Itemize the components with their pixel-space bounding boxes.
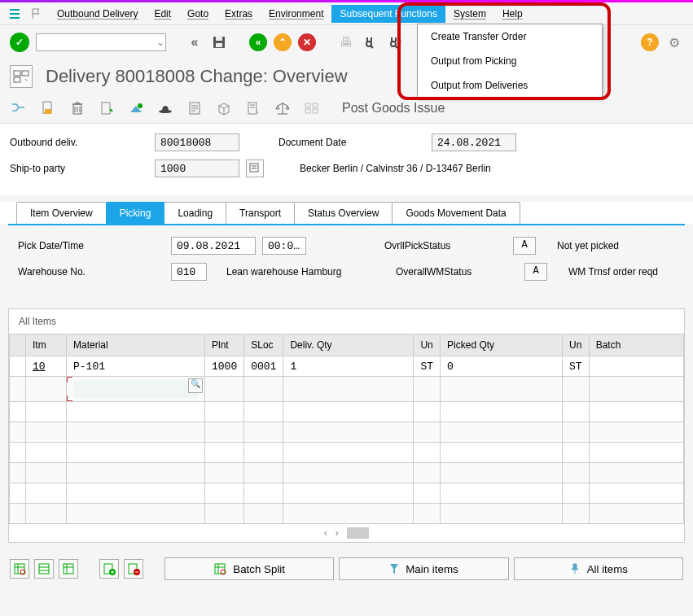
menu-extras[interactable]: Extras [217, 5, 261, 23]
bb-icon-1[interactable] [10, 559, 29, 579]
dropdown-create-transfer-order[interactable]: Create Transfer Order [418, 24, 602, 49]
search-help-icon[interactable]: 🔍 [188, 378, 203, 393]
all-items-button[interactable]: All items [514, 557, 683, 580]
dropdown-output-from-picking[interactable]: Output from Picking [418, 49, 602, 73]
tab-status-overview[interactable]: Status Overview [294, 202, 393, 224]
menu-outbound-delivery[interactable]: Outbound Delivery [49, 5, 146, 23]
help-button[interactable]: ? [641, 33, 659, 51]
pick-time-input[interactable] [262, 237, 306, 255]
cell-deliv-qty[interactable]: 1 [283, 356, 414, 377]
cell-sloc[interactable]: 0001 [244, 356, 283, 377]
tab-transport[interactable]: Transport [226, 202, 295, 224]
menu-edit[interactable]: Edit [146, 5, 179, 23]
bb-icon-2[interactable] [34, 559, 54, 579]
hat-icon[interactable] [156, 99, 174, 117]
material-search-input[interactable] [73, 380, 198, 398]
cell-plnt[interactable]: 1000 [205, 356, 244, 377]
tab-loading[interactable]: Loading [164, 202, 226, 224]
outbound-deliv-label: Outbound deliv. [10, 137, 148, 148]
doc2-icon[interactable] [244, 99, 262, 117]
print-icon[interactable]: 🖶 [337, 33, 355, 51]
cell-material[interactable]: P-101 [67, 356, 205, 377]
package-icon[interactable] [215, 99, 233, 117]
menu-environment[interactable]: Environment [261, 5, 331, 23]
table-row[interactable] [10, 422, 684, 443]
menu-system[interactable]: System [445, 5, 494, 23]
svg-rect-7 [14, 77, 20, 82]
col-itm[interactable]: Itm [26, 334, 67, 356]
table-row[interactable]: 🔍 [10, 377, 684, 402]
main-items-button[interactable]: Main items [339, 557, 508, 580]
doc-icon[interactable] [39, 99, 57, 117]
cancel-button[interactable]: ✕ [298, 33, 316, 51]
document-flow-icon[interactable] [10, 99, 28, 117]
col-sloc[interactable]: SLoc [244, 334, 283, 356]
save-icon[interactable] [210, 33, 228, 51]
post-goods-issue-button[interactable]: Post Goods Issue [342, 101, 445, 116]
ship-to-party-label: Ship-to party [10, 163, 148, 174]
col-picked-qty[interactable]: Picked Qty [441, 334, 563, 356]
document-date-input[interactable] [432, 133, 516, 151]
bb-insert-icon[interactable] [99, 559, 119, 579]
col-material[interactable]: Material [67, 334, 205, 356]
table-scrollbar[interactable]: ‹ › [9, 524, 684, 542]
cell-batch[interactable] [589, 356, 683, 377]
menu-help[interactable]: Help [494, 5, 531, 23]
incompleteness-icon[interactable] [186, 99, 204, 117]
command-field[interactable] [36, 33, 166, 51]
back-button[interactable]: « [249, 33, 267, 51]
menu-subsequent-functions[interactable]: Subsequent Functions [331, 5, 445, 23]
settings-icon[interactable]: ⚙ [665, 33, 683, 51]
delete-icon[interactable] [68, 99, 86, 117]
material-search-cell[interactable]: 🔍 [67, 377, 205, 402]
outbound-deliv-input[interactable] [155, 133, 239, 151]
pack-icon[interactable] [127, 99, 145, 117]
warehouse-no-input[interactable] [171, 263, 207, 281]
menu-goto[interactable]: Goto [179, 5, 217, 23]
ship-to-details-icon[interactable] [246, 159, 264, 177]
table-row[interactable] [10, 463, 684, 483]
tab-goods-movement-data[interactable]: Goods Movement Data [392, 202, 520, 224]
table-row[interactable] [10, 402, 684, 422]
bb-icon-3[interactable] [59, 559, 78, 579]
overview-icon[interactable] [10, 65, 33, 88]
header-form: Outbound deliv. Document Date Ship-to pa… [0, 123, 693, 195]
flag-icon[interactable] [28, 6, 44, 22]
pick-date-input[interactable] [171, 237, 256, 255]
exit-button[interactable]: ⌃ [274, 33, 292, 51]
cell-picked-qty[interactable]: 0 [441, 356, 563, 377]
header-details-icon[interactable] [98, 99, 116, 117]
col-batch[interactable]: Batch [589, 334, 683, 356]
scales-icon[interactable] [274, 99, 292, 117]
table-row[interactable] [10, 443, 684, 463]
tab-picking[interactable]: Picking [106, 202, 165, 224]
all-items-label: All items [587, 563, 628, 575]
cell-un2[interactable]: ST [563, 356, 590, 377]
col-plnt[interactable]: Plnt [205, 334, 244, 356]
back-icon[interactable]: « [186, 33, 204, 51]
batch-split-button[interactable]: Batch Split [164, 557, 334, 580]
dropdown-arrow-icon[interactable]: ⌄ [156, 37, 164, 48]
table-row[interactable] [10, 483, 684, 504]
table-row[interactable]: 10 P-101 1000 0001 1 ST 0 ST [10, 356, 684, 377]
col-un1[interactable]: Un [414, 334, 441, 356]
enter-button[interactable]: ✓ [10, 33, 29, 52]
pick-date-label: Pick Date/Time [18, 240, 164, 251]
ship-to-party-input[interactable] [155, 159, 239, 177]
find-icon[interactable] [362, 33, 379, 51]
cell-un1[interactable]: ST [414, 356, 441, 377]
bb-delete-icon[interactable] [124, 559, 143, 579]
cell-itm[interactable]: 10 [26, 356, 67, 377]
col-un2[interactable]: Un [563, 334, 590, 356]
items-section: All Items Itm Material Plnt SLoc Deliv. … [8, 308, 685, 543]
services-icon[interactable] [303, 99, 321, 117]
filter-icon [389, 563, 399, 574]
col-deliv-qty[interactable]: Deliv. Qty [283, 334, 414, 356]
svg-rect-21 [15, 564, 24, 574]
dropdown-output-from-deliveries[interactable]: Output from Deliveries [418, 73, 602, 98]
table-row[interactable] [10, 504, 684, 524]
tab-item-overview[interactable]: Item Overview [16, 202, 107, 224]
find-next-icon[interactable] [386, 33, 404, 51]
svg-rect-24 [64, 564, 73, 574]
app-menu-icon[interactable] [7, 6, 23, 22]
